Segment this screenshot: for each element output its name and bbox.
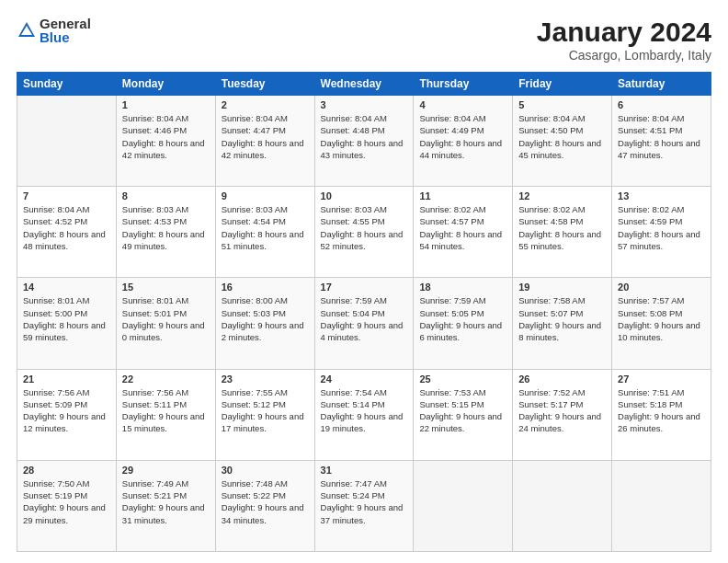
day-number: 24 xyxy=(321,373,408,385)
day-info: Sunrise: 8:03 AMSunset: 4:53 PMDaylight:… xyxy=(122,203,210,252)
day-info: Sunrise: 7:56 AMSunset: 5:09 PMDaylight:… xyxy=(23,386,110,435)
day-number: 23 xyxy=(222,373,309,385)
day-number: 30 xyxy=(222,465,309,476)
day-info: Sunrise: 7:56 AMSunset: 5:11 PMDaylight:… xyxy=(122,386,210,435)
calendar-cell: 22Sunrise: 7:56 AMSunset: 5:11 PMDayligh… xyxy=(116,369,215,460)
calendar-cell: 14Sunrise: 8:01 AMSunset: 5:00 PMDayligh… xyxy=(17,278,117,369)
day-info: Sunrise: 7:57 AMSunset: 5:08 PMDaylight:… xyxy=(618,294,705,343)
calendar-page: General Blue January 2024 Casargo, Lomba… xyxy=(0,0,728,563)
calendar-cell: 25Sunrise: 7:53 AMSunset: 5:15 PMDayligh… xyxy=(414,369,513,460)
day-info: Sunrise: 7:51 AMSunset: 5:18 PMDaylight:… xyxy=(618,386,705,435)
title-block: January 2024 Casargo, Lombardy, Italy xyxy=(537,17,711,63)
day-number: 6 xyxy=(618,99,705,110)
calendar-cell: 6Sunrise: 8:04 AMSunset: 4:51 PMDaylight… xyxy=(612,96,711,187)
calendar-cell: 20Sunrise: 7:57 AMSunset: 5:08 PMDayligh… xyxy=(612,278,711,369)
calendar-cell: 3Sunrise: 8:04 AMSunset: 4:48 PMDaylight… xyxy=(314,96,414,187)
day-number: 11 xyxy=(419,190,506,201)
calendar-cell: 26Sunrise: 7:52 AMSunset: 5:17 PMDayligh… xyxy=(513,369,612,460)
day-info: Sunrise: 7:58 AMSunset: 5:07 PMDaylight:… xyxy=(518,294,606,343)
subtitle: Casargo, Lombardy, Italy xyxy=(537,48,711,63)
calendar-cell: 1Sunrise: 8:04 AMSunset: 4:46 PMDaylight… xyxy=(116,96,215,187)
calendar-cell: 10Sunrise: 8:03 AMSunset: 4:55 PMDayligh… xyxy=(314,187,414,278)
day-number: 4 xyxy=(419,99,506,110)
day-number: 20 xyxy=(618,282,705,293)
calendar-cell xyxy=(513,460,612,551)
day-number: 18 xyxy=(419,282,506,293)
day-info: Sunrise: 7:55 AMSunset: 5:12 PMDaylight:… xyxy=(222,386,309,435)
main-title: January 2024 xyxy=(537,17,711,48)
day-info: Sunrise: 8:01 AMSunset: 5:01 PMDaylight:… xyxy=(122,294,210,343)
calendar-cell: 29Sunrise: 7:49 AMSunset: 5:21 PMDayligh… xyxy=(116,460,215,551)
day-number: 15 xyxy=(122,282,210,293)
logo-icon xyxy=(17,20,37,40)
day-number: 16 xyxy=(222,282,309,293)
day-info: Sunrise: 8:04 AMSunset: 4:50 PMDaylight:… xyxy=(518,112,606,161)
weekday-header-friday: Friday xyxy=(513,73,612,96)
week-row-3: 21Sunrise: 7:56 AMSunset: 5:09 PMDayligh… xyxy=(17,369,711,460)
day-number: 22 xyxy=(122,373,210,385)
day-number: 8 xyxy=(122,190,210,201)
day-info: Sunrise: 7:48 AMSunset: 5:22 PMDaylight:… xyxy=(222,477,309,526)
calendar-cell: 31Sunrise: 7:47 AMSunset: 5:24 PMDayligh… xyxy=(314,460,414,551)
day-number: 29 xyxy=(122,465,210,476)
calendar-cell: 18Sunrise: 7:59 AMSunset: 5:05 PMDayligh… xyxy=(414,278,513,369)
weekday-row: SundayMondayTuesdayWednesdayThursdayFrid… xyxy=(17,73,711,96)
weekday-header-sunday: Sunday xyxy=(17,73,117,96)
day-info: Sunrise: 8:02 AMSunset: 4:58 PMDaylight:… xyxy=(518,203,606,252)
calendar-cell: 24Sunrise: 7:54 AMSunset: 5:14 PMDayligh… xyxy=(314,369,414,460)
day-info: Sunrise: 8:01 AMSunset: 5:00 PMDaylight:… xyxy=(23,294,110,343)
day-info: Sunrise: 8:02 AMSunset: 4:57 PMDaylight:… xyxy=(419,203,506,252)
day-info: Sunrise: 7:49 AMSunset: 5:21 PMDaylight:… xyxy=(122,477,210,526)
calendar-header: SundayMondayTuesdayWednesdayThursdayFrid… xyxy=(17,73,711,96)
day-info: Sunrise: 8:04 AMSunset: 4:51 PMDaylight:… xyxy=(618,112,705,161)
day-number: 12 xyxy=(518,190,606,201)
calendar-cell: 19Sunrise: 7:58 AMSunset: 5:07 PMDayligh… xyxy=(513,278,612,369)
day-number: 28 xyxy=(23,465,110,476)
day-number: 9 xyxy=(222,190,309,201)
day-info: Sunrise: 7:59 AMSunset: 5:05 PMDaylight:… xyxy=(419,294,506,343)
day-info: Sunrise: 8:04 AMSunset: 4:48 PMDaylight:… xyxy=(321,112,408,161)
week-row-2: 14Sunrise: 8:01 AMSunset: 5:00 PMDayligh… xyxy=(17,278,711,369)
week-row-0: 1Sunrise: 8:04 AMSunset: 4:46 PMDaylight… xyxy=(17,96,711,187)
day-number: 31 xyxy=(321,465,408,476)
calendar-cell: 4Sunrise: 8:04 AMSunset: 4:49 PMDaylight… xyxy=(414,96,513,187)
logo-blue: Blue xyxy=(40,30,91,44)
weekday-header-tuesday: Tuesday xyxy=(215,73,314,96)
calendar-cell: 21Sunrise: 7:56 AMSunset: 5:09 PMDayligh… xyxy=(17,369,117,460)
calendar-cell: 8Sunrise: 8:03 AMSunset: 4:53 PMDaylight… xyxy=(116,187,215,278)
calendar-cell: 16Sunrise: 8:00 AMSunset: 5:03 PMDayligh… xyxy=(215,278,314,369)
calendar-cell: 12Sunrise: 8:02 AMSunset: 4:58 PMDayligh… xyxy=(513,187,612,278)
week-row-4: 28Sunrise: 7:50 AMSunset: 5:19 PMDayligh… xyxy=(17,460,711,551)
day-info: Sunrise: 7:59 AMSunset: 5:04 PMDaylight:… xyxy=(321,294,408,343)
day-info: Sunrise: 8:04 AMSunset: 4:49 PMDaylight:… xyxy=(419,112,506,161)
calendar-cell: 2Sunrise: 8:04 AMSunset: 4:47 PMDaylight… xyxy=(215,96,314,187)
calendar-cell: 9Sunrise: 8:03 AMSunset: 4:54 PMDaylight… xyxy=(215,187,314,278)
day-number: 14 xyxy=(23,282,110,293)
logo: General Blue xyxy=(17,17,91,44)
calendar-cell: 28Sunrise: 7:50 AMSunset: 5:19 PMDayligh… xyxy=(17,460,117,551)
calendar-cell xyxy=(612,460,711,551)
day-info: Sunrise: 8:04 AMSunset: 4:46 PMDaylight:… xyxy=(122,112,210,161)
weekday-header-wednesday: Wednesday xyxy=(314,73,414,96)
calendar-cell: 7Sunrise: 8:04 AMSunset: 4:52 PMDaylight… xyxy=(17,187,117,278)
calendar-cell: 27Sunrise: 7:51 AMSunset: 5:18 PMDayligh… xyxy=(612,369,711,460)
calendar-cell: 30Sunrise: 7:48 AMSunset: 5:22 PMDayligh… xyxy=(215,460,314,551)
day-number: 10 xyxy=(321,190,408,201)
day-info: Sunrise: 7:53 AMSunset: 5:15 PMDaylight:… xyxy=(419,386,506,435)
day-number: 13 xyxy=(618,190,705,201)
weekday-header-thursday: Thursday xyxy=(414,73,513,96)
calendar-cell xyxy=(414,460,513,551)
calendar-cell: 11Sunrise: 8:02 AMSunset: 4:57 PMDayligh… xyxy=(414,187,513,278)
calendar-cell: 17Sunrise: 7:59 AMSunset: 5:04 PMDayligh… xyxy=(314,278,414,369)
day-info: Sunrise: 8:04 AMSunset: 4:52 PMDaylight:… xyxy=(23,203,110,252)
weekday-header-saturday: Saturday xyxy=(612,73,711,96)
day-info: Sunrise: 8:02 AMSunset: 4:59 PMDaylight:… xyxy=(618,203,705,252)
day-number: 5 xyxy=(518,99,606,110)
day-number: 26 xyxy=(518,373,606,385)
calendar-cell: 15Sunrise: 8:01 AMSunset: 5:01 PMDayligh… xyxy=(116,278,215,369)
day-number: 17 xyxy=(321,282,408,293)
day-number: 7 xyxy=(23,190,110,201)
week-row-1: 7Sunrise: 8:04 AMSunset: 4:52 PMDaylight… xyxy=(17,187,711,278)
day-info: Sunrise: 8:03 AMSunset: 4:55 PMDaylight:… xyxy=(321,203,408,252)
header: General Blue January 2024 Casargo, Lomba… xyxy=(17,17,711,63)
